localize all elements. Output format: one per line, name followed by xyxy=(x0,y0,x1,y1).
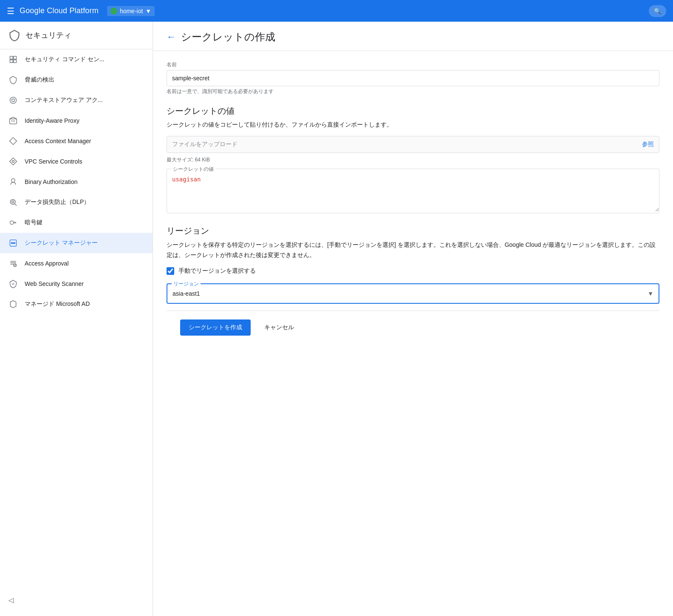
name-label: 名前 xyxy=(167,61,659,68)
dlp-icon xyxy=(8,198,18,207)
vpc-controls-icon xyxy=(8,157,18,166)
file-upload-placeholder: ファイルをアップロード xyxy=(172,141,238,148)
sidebar-item-managed-ad[interactable]: マネージド Microsoft AD xyxy=(0,294,153,314)
main-header: ← シークレットの作成 xyxy=(153,22,673,51)
name-field-group: 名前 名前は一意で、識別可能である必要があります xyxy=(167,61,659,95)
svg-point-12 xyxy=(12,161,14,163)
sidebar-item-context-aware[interactable]: コンテキストアウェア アク... xyxy=(0,90,153,110)
svg-point-21 xyxy=(14,243,15,244)
create-secret-button[interactable]: シークレットを作成 xyxy=(180,319,251,336)
menu-icon[interactable]: ☰ xyxy=(7,6,14,16)
svg-point-5 xyxy=(12,99,15,102)
sidebar-item-web-scanner[interactable]: Web Security Scanner xyxy=(0,274,153,294)
form-area: 名前 名前は一意で、識別可能である必要があります シークレットの値 シークレット… xyxy=(153,51,673,354)
search-icon: 🔍 xyxy=(654,8,661,14)
svg-point-20 xyxy=(13,243,14,244)
svg-point-17 xyxy=(10,221,14,224)
project-name: home-iot xyxy=(120,8,143,14)
sidebar-item-label: 暗号鍵 xyxy=(25,219,42,226)
svg-marker-11 xyxy=(10,158,17,165)
sidebar-item-binary-auth[interactable]: Binary Authorization xyxy=(0,172,153,192)
name-hint: 名前は一意で、識別可能である必要があります xyxy=(167,88,659,95)
manual-region-checkbox[interactable] xyxy=(167,267,174,275)
web-scanner-icon xyxy=(8,279,18,288)
secret-value-section: シークレットの値 シークレットの値をコピーして貼り付けるか、ファイルから直接イン… xyxy=(167,105,659,213)
region-select[interactable]: asia-east1 asia-east2 asia-northeast1 us… xyxy=(167,284,659,303)
svg-point-16 xyxy=(12,201,14,203)
project-selector[interactable]: home-iot ▼ xyxy=(107,6,155,16)
sidebar-item-label: Access Context Manager xyxy=(25,138,91,144)
sidebar-item-label: Web Security Scanner xyxy=(25,280,84,287)
project-dropdown-icon: ▼ xyxy=(145,8,151,14)
svg-marker-10 xyxy=(10,138,17,145)
svg-line-24 xyxy=(14,265,15,266)
secret-value-title: シークレットの値 xyxy=(167,105,659,117)
browse-button[interactable]: 参照 xyxy=(642,141,654,148)
access-context-icon xyxy=(8,136,18,146)
region-field-label: リージョン xyxy=(172,280,201,288)
sidebar-item-identity-proxy[interactable]: Identity-Aware Proxy xyxy=(0,110,153,131)
svg-marker-25 xyxy=(10,301,16,308)
region-section: リージョン シークレットを保存する特定のリージョンを選択するには、[手動でリージ… xyxy=(167,225,659,304)
sidebar-item-threat-detection[interactable]: 脅威の検出 xyxy=(0,70,153,90)
context-aware-icon xyxy=(8,96,18,105)
sidebar-title: セキュリティ xyxy=(25,30,71,40)
app-title: Google Cloud Platform xyxy=(20,6,99,15)
identity-proxy-icon xyxy=(8,116,18,125)
cancel-button[interactable]: キャンセル xyxy=(259,319,299,336)
sidebar-item-crypto-key[interactable]: 暗号鍵 xyxy=(0,212,153,233)
name-input[interactable] xyxy=(167,70,659,86)
back-button[interactable]: ← xyxy=(167,32,176,42)
main-content: ← シークレットの作成 名前 名前は一意で、識別可能である必要があります シーク… xyxy=(153,22,673,616)
manual-region-label[interactable]: 手動でリージョンを選択する xyxy=(178,267,256,275)
file-upload-area: ファイルをアップロード 参照 xyxy=(167,136,659,153)
sidebar-item-security-command[interactable]: セキュリティ コマンド セン... xyxy=(0,49,153,70)
access-approval-icon xyxy=(8,259,18,268)
sidebar-collapse-button[interactable]: ◁ xyxy=(0,591,153,609)
crypto-key-icon xyxy=(8,218,18,227)
svg-line-15 xyxy=(15,204,17,206)
svg-point-13 xyxy=(11,179,15,182)
search-button[interactable]: 🔍 xyxy=(649,5,666,17)
sidebar-item-vpc-controls[interactable]: VPC Service Controls xyxy=(0,151,153,172)
threat-detection-icon xyxy=(8,75,18,85)
collapse-icon: ◁ xyxy=(8,596,14,604)
region-desc: シークレットを保存する特定のリージョンを選択するには、[手動でリージョンを選択]… xyxy=(167,240,659,260)
sidebar-item-label: Access Approval xyxy=(25,260,69,267)
sidebar-item-access-context[interactable]: Access Context Manager xyxy=(0,131,153,151)
layout: セキュリティ セキュリティ コマンド セン... 脅威の検出 xyxy=(0,22,673,616)
sidebar-item-dlp[interactable]: データ損失防止（DLP） xyxy=(0,192,153,212)
secret-textarea-label: シークレットの値 xyxy=(171,166,215,173)
svg-rect-2 xyxy=(10,60,13,63)
sidebar-item-label: Identity-Aware Proxy xyxy=(25,117,79,124)
svg-point-19 xyxy=(11,243,12,244)
binary-auth-icon xyxy=(8,177,18,186)
svg-point-14 xyxy=(10,199,15,204)
sidebar-item-label: セキュリティ コマンド セン... xyxy=(25,56,104,63)
sidebar: セキュリティ セキュリティ コマンド セン... 脅威の検出 xyxy=(0,22,153,616)
sidebar-item-label: シークレット マネージャー xyxy=(25,239,98,247)
region-title: リージョン xyxy=(167,225,659,237)
sidebar-item-label: コンテキストアウェア アク... xyxy=(25,96,103,104)
secret-value-desc: シークレットの値をコピーして貼り付けるか、ファイルから直接インポートします。 xyxy=(167,120,659,129)
managed-ad-icon xyxy=(8,300,18,309)
security-shield-icon xyxy=(8,29,20,41)
svg-point-4 xyxy=(10,97,17,104)
secret-manager-icon xyxy=(8,238,18,248)
sidebar-item-label: Binary Authorization xyxy=(25,178,78,185)
page-title: シークレットの作成 xyxy=(181,30,275,44)
sidebar-item-secret-manager[interactable]: シークレット マネージャー xyxy=(0,233,153,253)
region-select-wrapper: リージョン asia-east1 asia-east2 asia-northea… xyxy=(167,283,659,304)
svg-rect-0 xyxy=(10,57,13,59)
svg-rect-1 xyxy=(14,57,17,59)
secret-value-wrapper: シークレットの値 usagisan xyxy=(167,169,659,213)
project-dot-icon xyxy=(110,8,117,14)
sidebar-item-label: データ損失防止（DLP） xyxy=(25,198,90,206)
sidebar-header: セキュリティ xyxy=(0,22,153,49)
sidebar-item-label: 脅威の検出 xyxy=(25,76,54,84)
secret-value-textarea[interactable]: usagisan xyxy=(167,169,659,212)
sidebar-item-access-approval[interactable]: Access Approval xyxy=(0,253,153,274)
manual-region-row: 手動でリージョンを選択する xyxy=(167,267,659,275)
sidebar-item-label: マネージド Microsoft AD xyxy=(25,300,90,308)
security-command-icon xyxy=(8,55,18,64)
